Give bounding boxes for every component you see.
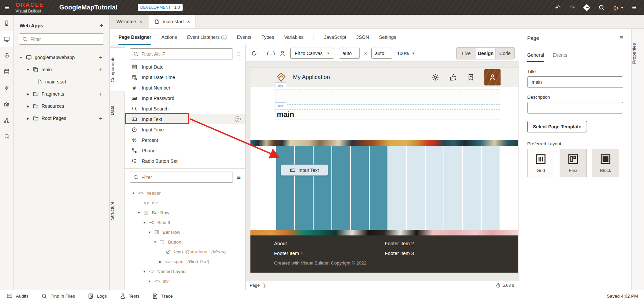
avatar[interactable]	[484, 69, 501, 85]
add-page-button[interactable]: +	[99, 67, 103, 73]
components-filter[interactable]	[130, 48, 233, 59]
search-icon[interactable]	[598, 4, 605, 11]
select-page-template-button[interactable]: Select Page Template	[527, 121, 587, 132]
add-flow-button[interactable]: +	[99, 54, 103, 61]
caret-down-icon[interactable]: ▼	[26, 68, 30, 72]
tree-item-resources[interactable]: ▶ Resources	[19, 100, 104, 112]
structure-node-bar-row-2[interactable]: ▼ Bar Row	[125, 227, 245, 237]
caret-down-icon[interactable]: ▼	[147, 280, 152, 283]
tab-main-start[interactable]: main-start ×	[149, 15, 195, 28]
web-apps-icon[interactable]	[0, 31, 13, 47]
tests-button[interactable]: Tests	[120, 293, 140, 299]
mode-design-button[interactable]: Design	[476, 48, 495, 59]
structure-node-span[interactable]: ▶ <> span (Bind Text)	[125, 257, 245, 267]
component-input-password[interactable]: Input Password	[125, 93, 245, 103]
rtl-toggle-icon[interactable]: (→)	[267, 51, 275, 56]
grid-column[interactable]	[314, 146, 331, 230]
palette-menu-icon[interactable]: ≡	[237, 50, 241, 58]
component-input-time[interactable]: Input Time	[125, 124, 245, 135]
structure-node-bar-row[interactable]: ▼ Bar Row	[125, 208, 245, 218]
structure-filter-input[interactable]	[141, 175, 230, 180]
find-in-files-button[interactable]: Find in Files	[42, 293, 75, 299]
component-input-date[interactable]: Input Date	[125, 61, 245, 72]
div-marker-badge[interactable]: div	[275, 82, 286, 89]
mobile-apps-icon[interactable]	[0, 15, 13, 31]
grid-column[interactable]	[407, 146, 425, 230]
grid-column[interactable]	[351, 146, 369, 230]
layout-flex-button[interactable]: Flex	[560, 149, 587, 177]
close-icon[interactable]: ×	[139, 19, 142, 24]
caret-down-icon[interactable]: ▼	[19, 56, 23, 59]
logs-button[interactable]: Logs	[88, 293, 107, 299]
zoom-dropdown[interactable]: 100% ▼	[397, 51, 415, 56]
tab-components[interactable]: Components	[110, 47, 125, 92]
add-fragment-button[interactable]: +	[99, 91, 103, 97]
audits-button[interactable]: Audits	[7, 293, 29, 299]
footer-link-about[interactable]: About	[274, 241, 385, 246]
web-apps-filter-input[interactable]	[30, 36, 101, 42]
input-text-drag-ghost[interactable]: Input Text	[281, 165, 328, 176]
component-phone[interactable]: Phone	[125, 145, 245, 156]
component-percent[interactable]: % Percent	[125, 135, 245, 145]
div-marker-badge[interactable]: div	[275, 102, 286, 108]
layout-grid-columns[interactable]	[276, 146, 500, 230]
layout-block-button[interactable]: Block	[592, 149, 619, 177]
canvas-viewport[interactable]: My Application	[246, 61, 519, 281]
structure-node-nested-layout[interactable]: ▼ <> Nested Layout	[125, 267, 245, 276]
structure-node-header[interactable]: ▼ <> header	[125, 188, 245, 198]
tab-events[interactable]: Events	[553, 52, 567, 62]
bookmark-plus-icon[interactable]	[467, 74, 475, 81]
properties-menu-icon[interactable]: ≡	[619, 34, 623, 42]
thumbs-up-icon[interactable]	[449, 73, 457, 81]
services-icon[interactable]	[0, 47, 13, 64]
tab-types[interactable]: Types	[262, 29, 274, 45]
web-apps-filter[interactable]	[19, 33, 104, 45]
structure-node-div[interactable]: <> div	[125, 198, 245, 208]
caret-right-icon[interactable]: ▶	[26, 117, 30, 120]
caret-down-icon[interactable]: ▼	[142, 270, 146, 273]
footer-link-item-3[interactable]: Footer Item 3	[385, 251, 518, 256]
tab-settings[interactable]: Settings	[379, 29, 396, 45]
structure-node-div-2[interactable]: ▼ <> div	[125, 276, 245, 286]
tab-data[interactable]: Data	[110, 99, 125, 122]
diagram-icon[interactable]	[0, 112, 13, 128]
canvas-height-input[interactable]	[371, 48, 392, 59]
tab-javascript[interactable]: JavaScript	[324, 29, 346, 45]
structure-filter[interactable]	[130, 172, 233, 183]
components-market-icon[interactable]	[0, 96, 13, 112]
undo-icon[interactable]: ↶	[555, 4, 561, 11]
preview-app-header[interactable]: My Application	[250, 68, 518, 87]
tab-page-designer[interactable]: Page Designer	[118, 29, 151, 45]
structure-node-button[interactable]: ▼ Button	[125, 237, 245, 247]
div-drop-zone[interactable]	[275, 90, 500, 105]
grid-column[interactable]	[388, 146, 406, 230]
page-preview[interactable]: My Application	[250, 68, 518, 273]
component-input-text[interactable]: Input Text ?	[125, 114, 245, 124]
header-menu-icon[interactable]: ≡	[632, 4, 637, 11]
structure-node-bind-if[interactable]: ▼ Bind If	[125, 218, 245, 227]
gear-icon[interactable]	[431, 73, 439, 81]
caret-down-icon[interactable]: ▼	[142, 221, 146, 224]
git-icon[interactable]	[584, 5, 589, 10]
tab-structure[interactable]: Structure	[110, 194, 125, 228]
caret-down-icon[interactable]: ▼	[131, 192, 136, 195]
close-icon[interactable]: ×	[187, 19, 190, 24]
tab-welcome[interactable]: Welcome ×	[110, 15, 149, 28]
environment-badge[interactable]: DEVELOPMENT 1.0	[138, 4, 183, 11]
source-view-icon[interactable]	[0, 128, 13, 145]
grid-column[interactable]	[276, 146, 294, 230]
caret-down-icon[interactable]: ▼	[153, 241, 157, 244]
grid-column[interactable]	[444, 146, 462, 230]
business-objects-icon[interactable]	[0, 64, 13, 80]
tree-item-main-flow[interactable]: ▼ main +	[19, 64, 104, 76]
title-field[interactable]	[527, 76, 623, 88]
grid-column[interactable]	[426, 146, 444, 230]
processes-icon[interactable]	[0, 80, 13, 96]
components-filter-input[interactable]	[141, 51, 230, 57]
canvas-width-input[interactable]	[339, 48, 360, 59]
tree-item-main-start[interactable]: main-start	[19, 76, 104, 88]
grid-column[interactable]	[463, 146, 481, 230]
grid-column[interactable]	[295, 146, 313, 230]
component-input-search[interactable]: Input Search	[125, 103, 245, 114]
tab-actions[interactable]: Actions	[161, 29, 177, 45]
